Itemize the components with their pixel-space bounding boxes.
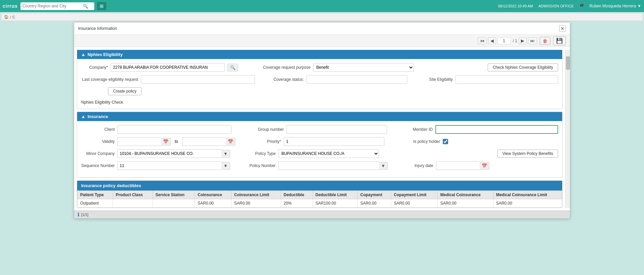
company-search-button[interactable]: 🔍 [227, 64, 238, 71]
cell-deductible-limit: SAR100.00 [313, 199, 358, 208]
home-icon[interactable]: 🏠 [4, 15, 9, 19]
col-coinsurance: Coinsurance [195, 191, 231, 199]
user-menu[interactable]: Ruben Mosqueda Herrera ▼ [589, 4, 641, 8]
cell-copayment: SAR0.00 [358, 199, 391, 208]
validity-to-calendar-button[interactable]: 📅 [226, 138, 235, 146]
app-logo: cirrus [3, 3, 18, 9]
insurance-triangle-icon: ▲ [81, 114, 86, 119]
injury-date-input[interactable] [436, 161, 480, 170]
site-eligibility-input[interactable] [455, 75, 558, 84]
user-chevron-icon: ▼ [637, 4, 641, 8]
create-policy-button[interactable]: Create policy [108, 87, 142, 95]
nphies-section-header: ▲ Nphies Eligibility [77, 50, 562, 59]
member-id-input[interactable] [435, 125, 558, 134]
breadcrumb: 🏠 / C [1, 13, 643, 21]
eligibility-check-note: Nphies Eligibility Check [81, 99, 558, 105]
cell-copayment-limit: SAR0.00 [391, 199, 438, 208]
save-button[interactable]: 💾 [553, 36, 566, 45]
col-deductible-limit: Deductible Limit [313, 191, 358, 199]
to-label: to [175, 139, 178, 144]
sequence-label: Sequence Number [81, 163, 115, 168]
injury-date-calendar-button[interactable]: 📅 [480, 162, 489, 170]
nphies-eligibility-section: ▲ Nphies Eligibility Company* 🔍 Coverage… [77, 50, 562, 109]
cell-medical-coinsurance: SAR0.00 [437, 199, 493, 208]
validity-from-calendar-button[interactable]: 📅 [161, 138, 171, 146]
view-benefits-button[interactable]: View System Policy Benefits [497, 150, 558, 158]
office-display: ADMISSION OFFICE [538, 4, 574, 8]
scrollbar[interactable] [565, 50, 570, 208]
deductibles-table: Patient Type Product Class Service Stati… [77, 190, 562, 208]
col-patient-type: Patient Type [77, 191, 113, 199]
deductibles-thead: Patient Type Product Class Service Stati… [77, 191, 562, 199]
group-number-label: Group number [250, 127, 284, 132]
insurance-window: Insurance Information ✕ ⏮ ◀ 1 / 1 ▶ ⏭ 🗑 … [74, 22, 570, 219]
grid-button[interactable]: ⊞ [97, 2, 106, 10]
last-coverage-label: Last coverage eligibility request [81, 77, 138, 82]
policy-number-input[interactable] [278, 161, 379, 170]
validity-label: Validity [81, 139, 115, 144]
is-policy-holder-label: Is policy holder [403, 139, 440, 144]
nphies-row2: Last coverage eligibility request Covera… [81, 75, 558, 84]
policy-number-wrap: ▼ [278, 161, 388, 170]
insurance-section-body: Client Group number Member ID Validity [77, 121, 562, 177]
scroll-thumb[interactable] [566, 56, 570, 70]
injury-date-wrap: 📅 [436, 161, 489, 170]
nphies-triangle-icon: ▲ [81, 52, 86, 57]
policy-number-filter-button[interactable]: ▼ [379, 162, 388, 170]
col-service-station: Service Station [153, 191, 195, 199]
nav-last-button[interactable]: ⏭ [528, 37, 537, 44]
priority-input[interactable] [284, 137, 384, 146]
minor-company-wrap: ▼ [117, 149, 230, 158]
table-row: Outpatient SAR0.00 SAR0.00 20% SAR100.00… [77, 199, 562, 208]
col-copayment-limit: Copayment Limit [391, 191, 438, 199]
company-input[interactable] [111, 63, 225, 72]
coverage-purpose-select[interactable]: Benefit Discovery Validation [313, 63, 414, 72]
window-close-button[interactable]: ✕ [559, 25, 566, 32]
sequence-wrap: ▼ [117, 161, 230, 170]
search-button[interactable]: 🔍 [81, 2, 90, 10]
policy-type-select[interactable]: BUPA/INSURANCE HOUSE CO./A [278, 149, 379, 158]
cell-service-station [153, 199, 195, 208]
minor-company-label: Minor Company [81, 151, 115, 156]
coverage-status-input[interactable] [307, 75, 407, 84]
group-number-input[interactable] [286, 125, 387, 134]
cell-coinsurance-limit: SAR0.00 [231, 199, 281, 208]
insurance-section-title: Insurance [88, 114, 108, 119]
deductibles-header-row: Patient Type Product Class Service Stati… [77, 191, 562, 199]
validity-from-wrap: 📅 [117, 137, 171, 146]
deductibles-tbody: Outpatient SAR0.00 SAR0.00 20% SAR100.00… [77, 199, 562, 208]
nphies-section-body: Company* 🔍 Coverage request purpose Bene… [77, 59, 562, 109]
search-wrap: 🔍 [20, 2, 94, 10]
col-coinsurance-limit: Coinsurance Limit [231, 191, 281, 199]
minor-company-filter-button[interactable]: ▼ [221, 150, 230, 158]
insurance-section: ▲ Insurance Client Group number Membe [77, 112, 562, 178]
coverage-purpose-label: Coverage request purpose [257, 65, 311, 70]
sequence-input[interactable] [117, 161, 221, 170]
cell-patient-type: Outpatient [77, 199, 113, 208]
minor-company-input[interactable] [117, 149, 221, 158]
cell-product-class [113, 199, 153, 208]
nav-prev-button[interactable]: ◀ [488, 37, 496, 44]
col-copayment: Copayment [358, 191, 391, 199]
member-id-label: Member ID [406, 127, 433, 132]
nav-first-button[interactable]: ⏮ [478, 37, 487, 44]
is-policy-holder-checkbox[interactable] [443, 139, 448, 144]
toolbar-row: ⏮ ◀ 1 / 1 ▶ ⏭ 🗑 💾 [74, 35, 570, 47]
company-label: Company* [81, 65, 108, 70]
client-input[interactable] [117, 125, 231, 134]
sequence-filter-button[interactable]: ▼ [221, 162, 230, 170]
validity-to-input[interactable] [182, 137, 226, 146]
check-coverage-button[interactable]: Check Nphies Coverage Eligibility [488, 63, 558, 71]
delete-button[interactable]: 🗑 [540, 37, 550, 45]
search-input[interactable] [20, 2, 81, 10]
insurance-row1: Client Group number Member ID [81, 125, 558, 134]
nav-next-button[interactable]: ▶ [519, 37, 527, 44]
priority-label: Priority* [248, 139, 281, 144]
page-current[interactable]: 1 [497, 38, 511, 44]
flag-icon: 🏴 [579, 4, 584, 8]
client-label: Client [81, 127, 115, 132]
last-coverage-input[interactable] [141, 75, 255, 84]
window-title: Insurance Information [78, 26, 117, 31]
insurance-row4: Sequence Number ▼ Policy Number ▼ [81, 161, 558, 170]
validity-from-input[interactable] [117, 137, 161, 146]
